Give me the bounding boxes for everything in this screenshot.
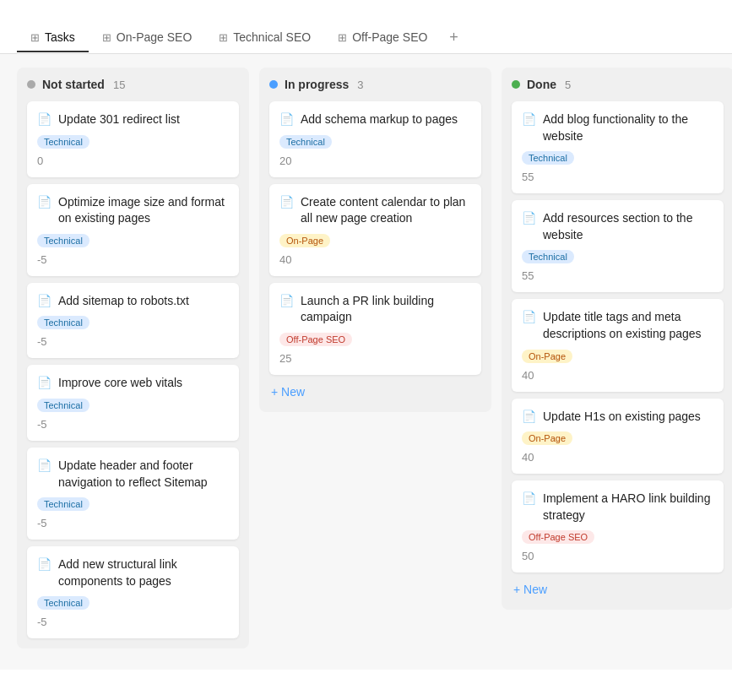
add-tab-button[interactable]: + [441,22,467,53]
doc-icon: 📄 [522,112,536,126]
tab-offpage[interactable]: ⊞Off-Page SEO [324,24,441,52]
card-title: Update title tags and meta descriptions … [543,309,713,342]
new-card-button-done[interactable]: + New [512,579,724,600]
card-title: Improve core web vitals [58,375,182,392]
doc-icon: 📄 [37,557,52,571]
card-done-3[interactable]: 📄 Update H1s on existing pages On-Page40 [512,399,724,475]
card-number: -5 [37,616,229,628]
card-title-row: 📄 Update header and footer navigation to… [37,458,229,491]
card-title: Update 301 redirect list [58,111,180,128]
card-done-1[interactable]: 📄 Add resources section to the website T… [512,200,724,292]
card-tags-row: Technical [522,249,713,263]
doc-icon: 📄 [522,310,536,323]
tag-technical[interactable]: Technical [37,135,89,149]
page-header [0,0,732,14]
tab-bar: ⊞Tasks⊞On-Page SEO⊞Technical SEO⊞Off-Pag… [0,14,732,54]
column-count-in-progress: 3 [357,79,363,91]
card-title-row: 📄 Add schema markup to pages [279,111,471,128]
card-number: 40 [522,451,713,464]
tab-technical[interactable]: ⊞Technical SEO [205,24,324,52]
card-tags-row: Technical [522,150,713,165]
tab-icon-onpage: ⊞ [102,31,111,44]
column-count-done: 5 [565,79,571,91]
tag-technical[interactable]: Technical [37,497,89,511]
card-title: Add new structural link components to pa… [58,556,229,589]
card-title-row: 📄 Implement a HARO link building strateg… [522,491,713,524]
status-dot-in-progress [269,80,278,89]
card-title: Update H1s on existing pages [543,409,701,426]
tag-onpage[interactable]: On-Page [279,234,330,247]
column-header-not-started: Not started 15 [27,78,239,91]
column-title-not-started: Not started [42,78,105,91]
tab-onpage[interactable]: ⊞On-Page SEO [89,24,206,52]
tag-technical[interactable]: Technical [37,316,89,329]
new-card-button-in-progress[interactable]: + New [269,382,481,402]
card-tags-row: On-Page [279,233,471,247]
column-header-done: Done 5 [512,78,724,91]
card-number: -5 [37,418,229,431]
tag-onpage[interactable]: On-Page [522,350,572,363]
card-number: 55 [522,171,713,183]
card-title: Add resources section to the website [543,210,713,243]
tag-technical[interactable]: Technical [279,135,332,149]
card-not-started-4[interactable]: 📄 Update header and footer navigation to… [27,448,239,540]
card-title: Implement a HARO link building strategy [543,491,713,524]
tag-technical[interactable]: Technical [522,250,574,263]
card-tags-row: On-Page [522,431,713,445]
card-title-row: 📄 Add sitemap to robots.txt [37,293,229,310]
card-number: -5 [37,253,229,266]
card-done-2[interactable]: 📄 Update title tags and meta description… [512,299,724,391]
card-title-row: 📄 Create content calendar to plan all ne… [279,194,471,227]
status-dot-not-started [27,80,35,89]
doc-icon: 📄 [37,195,52,209]
card-in-progress-0[interactable]: 📄 Add schema markup to pages Technical20 [269,101,481,177]
doc-icon: 📄 [37,376,52,389]
card-not-started-3[interactable]: 📄 Improve core web vitals Technical-5 [27,365,239,441]
tab-icon-tasks: ⊞ [30,31,40,44]
tag-technical[interactable]: Technical [37,234,89,247]
card-number: -5 [37,335,229,348]
card-done-4[interactable]: 📄 Implement a HARO link building strateg… [512,480,724,572]
card-title: Add schema markup to pages [301,111,458,128]
card-title-row: 📄 Add new structural link components to … [37,556,229,589]
card-tags-row: Off-Page SEO [522,529,713,544]
tag-technical[interactable]: Technical [37,596,89,610]
tag-offpage[interactable]: Off-Page SEO [522,530,594,544]
card-title: Launch a PR link building campaign [301,293,471,326]
tag-offpage[interactable]: Off-Page SEO [279,333,352,346]
tag-technical[interactable]: Technical [522,151,574,165]
card-tags-row: Technical [37,398,229,412]
card-done-0[interactable]: 📄 Add blog functionality to the website … [512,101,724,193]
card-not-started-0[interactable]: 📄 Update 301 redirect list Technical0 [27,101,239,177]
card-title-row: 📄 Add resources section to the website [522,210,713,243]
card-not-started-5[interactable]: 📄 Add new structural link components to … [27,546,239,638]
card-tags-row: Off-Page SEO [279,332,471,346]
card-title: Add blog functionality to the website [543,111,713,144]
card-title-row: 📄 Improve core web vitals [37,375,229,392]
card-number: 25 [279,352,471,365]
card-number: -5 [37,517,229,529]
card-not-started-1[interactable]: 📄 Optimize image size and format on exis… [27,184,239,276]
column-count-not-started: 15 [113,79,125,91]
card-in-progress-1[interactable]: 📄 Create content calendar to plan all ne… [269,184,481,276]
card-not-started-2[interactable]: 📄 Add sitemap to robots.txt Technical-5 [27,283,239,359]
tag-technical[interactable]: Technical [37,399,89,412]
tag-onpage[interactable]: On-Page [522,431,572,445]
card-in-progress-2[interactable]: 📄 Launch a PR link building campaign Off… [269,283,481,375]
card-title-row: 📄 Update H1s on existing pages [522,409,713,426]
column-in-progress: In progress 3 📄 Add schema markup to pag… [259,68,491,412]
column-title-done: Done [527,78,556,91]
tab-tasks[interactable]: ⊞Tasks [17,24,89,52]
column-not-started: Not started 15 📄 Update 301 redirect lis… [17,68,249,648]
card-number: 20 [279,155,471,167]
card-tags-row: Technical [37,315,229,329]
card-tags-row: Technical [279,134,471,149]
card-tags-row: Technical [37,233,229,247]
tab-icon-offpage: ⊞ [338,31,347,44]
column-header-in-progress: In progress 3 [269,78,481,91]
card-title: Update header and footer navigation to r… [58,458,229,491]
column-title-in-progress: In progress [285,78,349,91]
card-title: Add sitemap to robots.txt [58,293,189,310]
tab-icon-technical: ⊞ [219,31,228,44]
doc-icon: 📄 [37,112,52,126]
